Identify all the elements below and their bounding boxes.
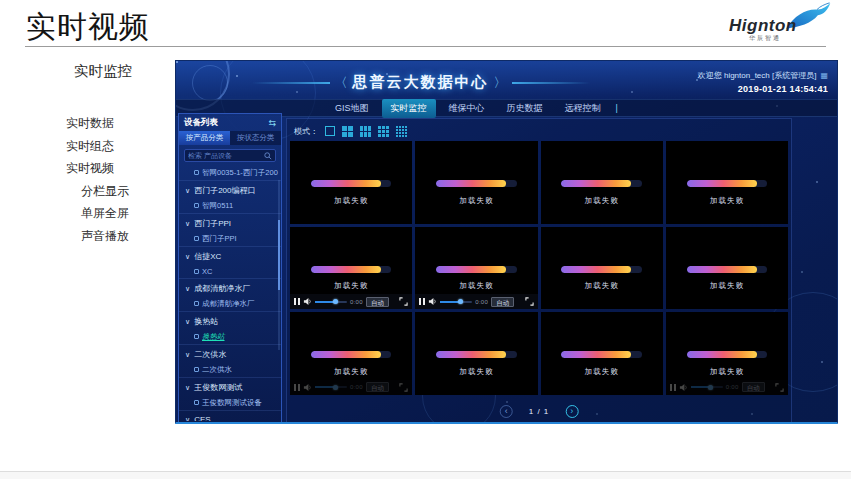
pause-icon[interactable] [670,384,676,391]
tree-device-14[interactable]: 王俊数网测试设备 [179,395,281,410]
auto-quality-button[interactable]: 自动 [366,297,389,307]
tree-device-2[interactable]: 智网0511 [179,198,281,213]
brand-name: Hignton [729,16,797,36]
tree-label: 王俊数网测试设备 [202,398,262,408]
loading-gradient-bar [311,351,392,358]
fullscreen-icon[interactable] [525,297,534,306]
nav-subitem-split-display[interactable]: 分栏显示 [66,183,132,200]
prev-page-button[interactable]: ‹ [500,405,513,418]
fullscreen-icon[interactable] [775,383,784,392]
nav-item-realtime-video[interactable]: 实时视频 [66,160,132,177]
collapse-panel-icon[interactable]: ⇆ [268,119,276,128]
tree-group-13[interactable]: ∨王俊数网测试 [179,377,281,395]
slider-knob[interactable] [333,385,338,390]
video-tile-1[interactable]: 加载失败 [415,141,537,224]
fullscreen-icon[interactable] [399,383,408,392]
video-tile-10[interactable]: 加载失败 [541,312,663,395]
panel-tab-1[interactable]: 按状态分类 [230,131,281,145]
tree-group-1[interactable]: ∨西门子200编程口 [179,180,281,198]
tab-maintenance-center[interactable]: 维保中心 [440,99,494,118]
fullscreen-icon[interactable] [399,297,408,306]
next-page-button[interactable]: › [565,405,578,418]
video-tile-3[interactable]: 加载失败 [666,141,788,224]
tab-realtime-monitor[interactable]: 实时监控 [382,99,436,118]
tree-scrollbar [278,180,280,350]
tree-device-8[interactable]: 成都清舫净水厂 [179,296,281,311]
tree-group-11[interactable]: ∨二次供水 [179,344,281,362]
tree-label: 换热站 [202,332,225,342]
tab-history-data[interactable]: 历史数据 [498,99,552,118]
tree-device-6[interactable]: XC [179,264,281,278]
tree-device-12[interactable]: 二次供水 [179,362,281,377]
decor-dots [176,61,178,63]
loading-gradient-bar [436,180,517,187]
tree-group-3[interactable]: ∨西门子PPI [179,213,281,231]
nav-item-realtime-config[interactable]: 实时组态 [66,138,132,155]
chevron-down-icon: ∨ [185,253,190,260]
nav-section-realtime-monitor[interactable]: 实时监控 [74,62,132,81]
speaker-icon[interactable] [303,297,312,306]
video-tile-8[interactable]: 加载失败 0:00 自动 [290,312,412,395]
video-tile-6[interactable]: 加载失败 [541,227,663,310]
layout-mode-16-button[interactable] [396,126,407,137]
nav-subitem-single-fullscreen[interactable]: 单屏全屏 [66,205,132,222]
auto-quality-button[interactable]: 自动 [366,382,389,392]
slider-knob[interactable] [708,385,713,390]
panel-tab-0[interactable]: 按产品分类 [179,131,230,145]
device-icon [194,170,199,175]
tab-remote-control[interactable]: 远程控制 [556,99,610,118]
volume-slider[interactable] [440,301,472,303]
pause-icon[interactable] [294,298,300,305]
tree-device-4[interactable]: 西门子PPI [179,231,281,246]
tree-group-5[interactable]: ∨信捷XC [179,246,281,264]
video-tile-4[interactable]: 加载失败 0:00 自动 [290,227,412,310]
layout-mode-4-button[interactable] [342,126,353,137]
volume-slider[interactable] [691,386,723,388]
speaker-icon[interactable] [428,297,437,306]
chevron-down-icon: ∨ [185,318,190,325]
tree-device-0[interactable]: 智网0035-1-西门子200 [179,165,281,180]
menu-icon[interactable]: ▦ [820,72,828,80]
video-tile-9[interactable]: 加载失败 [415,312,537,395]
video-tile-2[interactable]: 加载失败 [541,141,663,224]
welcome-text: 欢迎您 hignton_tech [系统管理员] [698,70,817,81]
pause-icon[interactable] [419,298,425,305]
user-info: 欢迎您 hignton_tech [系统管理员] ▦ 2019-01-21 14… [698,70,828,94]
tree-group-7[interactable]: ∨成都清舫净水厂 [179,278,281,296]
layout-mode-1-button[interactable] [325,126,335,136]
tree-group-9[interactable]: ∨换热站 [179,311,281,329]
tree-label: 二次供水 [202,365,232,375]
video-tile-0[interactable]: 加载失败 [290,141,412,224]
speaker-icon[interactable] [303,383,312,392]
device-icon [194,367,199,372]
pause-icon[interactable] [294,384,300,391]
tab-separator: | [616,103,618,113]
volume-slider[interactable] [315,301,347,303]
title-flourish-line [512,82,590,84]
tree-label: 信捷XC [194,251,221,262]
search-input[interactable] [188,152,264,159]
scrollbar-thumb[interactable] [278,220,280,290]
tree-device-10[interactable]: 换热站 [179,329,281,344]
loading-gradient-bar [311,266,392,273]
device-icon [194,269,199,274]
slider-knob[interactable] [458,299,463,304]
auto-quality-button[interactable]: 自动 [491,297,514,307]
layout-mode-9-button[interactable] [378,126,389,137]
volume-slider[interactable] [315,386,347,388]
video-tile-5[interactable]: 加载失败 0:00 自动 [415,227,537,310]
video-tile-11[interactable]: 加载失败 0:00 自动 [666,312,788,395]
device-search[interactable] [184,149,276,162]
speaker-icon[interactable] [679,383,688,392]
nav-subitem-audio-play[interactable]: 声音播放 [66,228,132,245]
tab-gis-map[interactable]: GIS地图 [326,99,378,118]
chevron-down-icon: ∨ [185,285,190,292]
nav-item-realtime-data[interactable]: 实时数据 [66,115,132,132]
tree-group-15[interactable]: ∨CES [179,410,281,421]
mode-label: 模式： [294,126,318,137]
auto-quality-button[interactable]: 自动 [742,382,765,392]
slider-knob[interactable] [333,299,338,304]
video-tile-7[interactable]: 加载失败 [666,227,788,310]
layout-mode-6-button[interactable] [360,126,371,137]
device-icon [194,400,199,405]
